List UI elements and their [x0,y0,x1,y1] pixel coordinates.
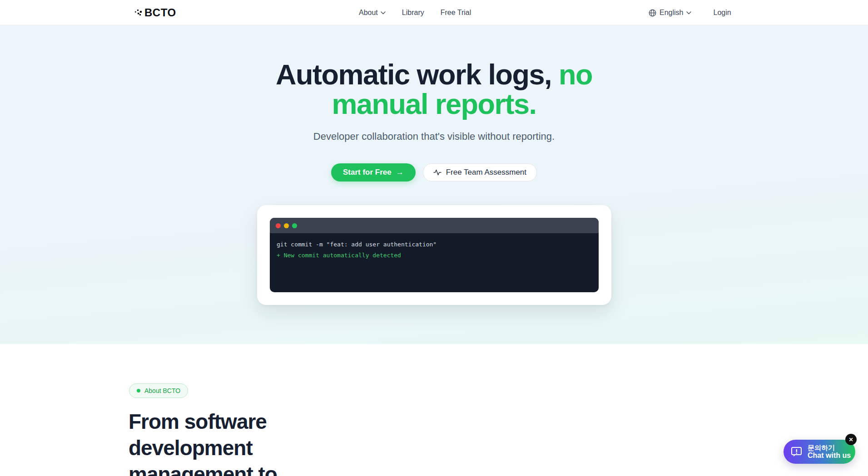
hero-subtitle: Developer collaboration that's visible w… [0,131,868,142]
green-dot-icon [137,389,140,393]
nav-item-about[interactable]: About [359,9,386,17]
hero-title-line2: manual reports. [332,88,536,120]
chat-label-english: Chat with us [808,451,851,460]
hero-section: Automatic work logs, no manual reports. … [0,25,868,344]
nav-item-free-trial[interactable]: Free Trial [441,9,471,17]
about-badge-label: About BCTO [144,387,180,394]
free-team-assessment-button[interactable]: Free Team Assessment [423,163,537,182]
hero-title: Automatic work logs, no manual reports. [0,60,868,119]
hero-title-accent-no: no [559,59,592,90]
chevron-down-icon [686,11,691,15]
about-badge: About BCTO [129,383,188,398]
traffic-light-green [292,223,297,228]
cta-row: Start for Free → Free Team Assessment [0,163,868,182]
top-navbar: BCTO About Library Free Trial English [0,0,868,25]
nav-item-free-trial-label: Free Trial [441,9,471,17]
traffic-light-yellow [284,223,289,228]
about-section: About BCTO From software development man… [0,344,868,476]
logo-text: BCTO [144,6,176,19]
terminal-titlebar [270,218,599,233]
nav-item-about-label: About [359,9,378,17]
login-button[interactable]: Login [713,9,731,17]
activity-pulse-icon [433,169,441,176]
chat-bubble-icon [791,447,803,457]
nav-right-group: English Login [649,0,731,25]
logo[interactable]: BCTO [134,6,176,19]
terminal-output-line: + New commit automatically detected [277,252,592,259]
chat-widget-text: 문의하기 Chat with us [808,444,851,460]
nav-item-library[interactable]: Library [402,9,424,17]
start-for-free-button[interactable]: Start for Free → [331,163,416,182]
nav-links: About Library Free Trial [359,0,471,25]
globe-icon [649,9,656,17]
terminal-body: git commit -m "feat: add user authentica… [270,233,599,266]
terminal-command-line: git commit -m "feat: add user authentica… [277,241,592,248]
language-selector[interactable]: English [649,9,691,17]
chat-close-button[interactable]: ✕ [845,434,857,445]
chat-widget-button[interactable]: 문의하기 Chat with us [784,440,855,464]
about-heading: From software development management to [129,408,310,476]
free-team-assessment-label: Free Team Assessment [446,168,526,177]
terminal-card: git commit -m "feat: add user authentica… [257,205,611,305]
terminal-window: git commit -m "feat: add user authentica… [270,218,599,292]
logo-pixel-icon [134,7,144,18]
hero-title-dark: Automatic work logs, [276,59,551,90]
language-label: English [660,9,683,17]
arrow-right-icon: → [396,168,404,177]
chevron-down-icon [381,11,386,15]
start-for-free-label: Start for Free [343,168,392,177]
traffic-light-red [276,223,281,228]
nav-item-library-label: Library [402,9,424,17]
chat-label-korean: 문의하기 [808,444,851,451]
